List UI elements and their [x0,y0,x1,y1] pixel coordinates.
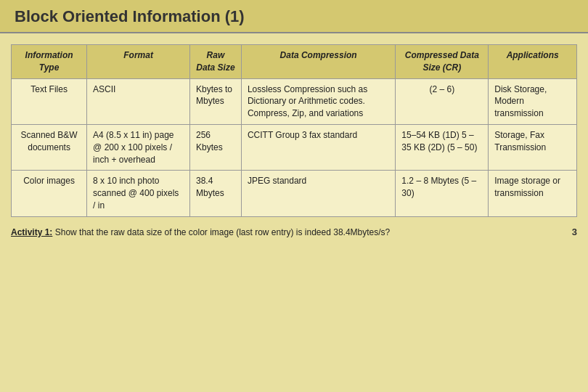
row3-applications: Image storage or transmission [489,171,577,216]
row2-format: A4 (8.5 x 11 in) page @ 200 x 100 pixels… [87,124,190,170]
table-header-row: Information Type Format Raw Data Size Da… [12,45,577,79]
row2-compression: CCITT Group 3 fax standard [241,124,395,170]
footer: Activity 1: Show that the raw data size … [0,221,588,240]
row3-raw-size: 38.4 Mbytes [190,171,242,216]
row1-type: Text Files [12,78,87,124]
row1-compression: Lossless Compression such as Dictionary … [241,78,395,124]
page-number: 3 [572,226,577,237]
col-header-raw-size: Raw Data Size [190,45,242,79]
footer-activity: Activity 1: Show that the raw data size … [11,227,390,237]
title-bar: Block Oriented Information (1) [0,0,588,33]
activity-text: Show that the raw data size of the color… [55,227,391,237]
table-row: Scanned B&W documents A4 (8.5 x 11 in) p… [12,124,577,170]
col-header-compression: Data Compression [241,45,395,79]
table-row: Color images 8 x 10 inch photo scanned @… [12,171,577,216]
row2-raw-size: 256 Kbytes [190,124,242,170]
row3-type: Color images [12,171,87,216]
col-header-compressed-size: Compressed Data Size (CR) [396,45,489,79]
page-title: Block Oriented Information (1) [15,7,573,26]
table-row: Text Files ASCII Kbytes to Mbytes Lossle… [12,78,577,124]
info-table: Information Type Format Raw Data Size Da… [11,44,577,217]
page: Block Oriented Information (1) Informati… [0,0,588,392]
row1-compressed-size: (2 – 6) [396,78,489,124]
col-header-applications: Applications [489,45,577,79]
row3-format: 8 x 10 inch photo scanned @ 400 pixels /… [87,171,190,216]
row2-type: Scanned B&W documents [12,124,87,170]
row1-format: ASCII [87,78,190,124]
row1-applications: Disk Storage, Modern transmission [489,78,577,124]
col-header-type: Information Type [12,45,87,79]
row2-applications: Storage, Fax Transmission [489,124,577,170]
row3-compressed-size: 1.2 – 8 Mbytes (5 – 30) [396,171,489,216]
content-area: Information Type Format Raw Data Size Da… [0,33,588,221]
row3-compression: JPEG standard [241,171,395,216]
col-header-format: Format [87,45,190,79]
activity-label: Activity 1: [11,227,52,237]
row2-compressed-size: 15–54 KB (1D) 5 – 35 KB (2D) (5 – 50) [396,124,489,170]
row1-raw-size: Kbytes to Mbytes [190,78,242,124]
